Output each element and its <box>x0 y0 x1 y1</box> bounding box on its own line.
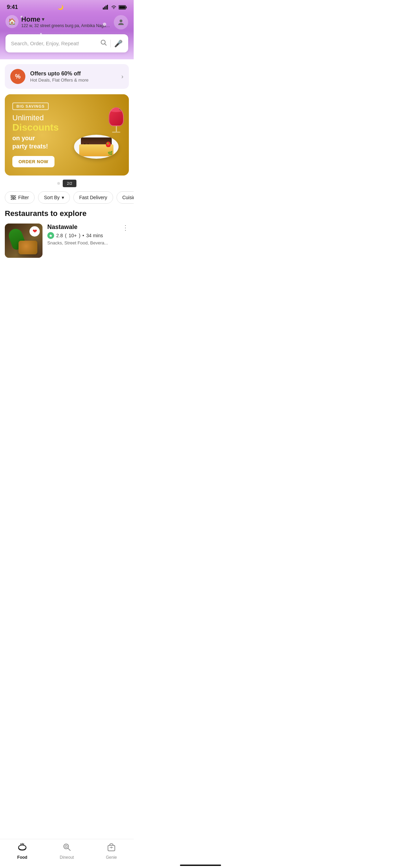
svg-point-14 <box>14 196 15 198</box>
search-svg <box>100 39 107 46</box>
percent-icon: % <box>15 73 21 80</box>
star-svg <box>49 234 52 237</box>
svg-point-15 <box>12 198 14 200</box>
search-icon <box>100 39 107 48</box>
promo-heading1: Unlimited <box>12 113 121 122</box>
svg-rect-1 <box>104 7 105 10</box>
more-options-icon[interactable]: ⋮ <box>122 224 129 232</box>
svg-point-7 <box>120 20 122 22</box>
search-placeholder-text: Search, Order, Enjoy, Repeat! <box>11 40 97 46</box>
offer-text: Offers upto 60% off Hot Deals, Flat Offe… <box>30 71 117 83</box>
promo-heading3: on yourparty treats! <box>12 134 121 150</box>
header-background: 🏠 Home ▾ 122 w, 32 street greens burg pa… <box>0 12 134 59</box>
sparkle-decoration <box>21 16 23 18</box>
restaurant-info: Nastawale 2.8 (10+) • 34 mins Snacks, St… <box>47 224 117 245</box>
sort-by-chip[interactable]: Sort By ▾ <box>38 191 70 204</box>
restaurants-section: Restaurants to explore ❤ <box>0 209 134 258</box>
location-text-group: Home ▾ 122 w, 32 street greens burg pa, … <box>21 15 110 28</box>
promo-heading2: Discounts <box>12 122 121 133</box>
sparkle-decoration <box>40 33 42 35</box>
rating-count-val: 10+ <box>69 233 77 238</box>
restaurants-section-title: Restaurants to explore <box>5 209 129 218</box>
offer-icon: % <box>10 69 25 84</box>
fast-delivery-chip[interactable]: Fast Delivery <box>73 191 113 204</box>
status-time: 9:41 <box>7 4 18 10</box>
battery-icon <box>119 5 127 10</box>
carousel-dot-active[interactable]: 2/2 <box>63 180 76 187</box>
dot-separator: • <box>83 233 84 238</box>
restaurant-name: Nastawale <box>47 224 117 231</box>
home-emoji: 🏠 <box>8 18 16 25</box>
svg-rect-0 <box>103 8 104 10</box>
restaurant-meta: 2.8 (10+) • 34 mins <box>47 232 117 239</box>
cuisines-chip[interactable]: Cuisines ▾ <box>117 191 134 204</box>
main-content: % Offers upto 60% off Hot Deals, Flat Of… <box>0 64 134 292</box>
restaurant-card[interactable]: ❤ Nastawale 2.8 (10+) • 34 mins Snacks, <box>5 224 129 258</box>
status-icons <box>103 5 127 10</box>
restaurant-image: ❤ <box>5 224 42 258</box>
svg-marker-16 <box>49 234 52 237</box>
promo-tag: BIG SAVINGS <box>12 103 49 110</box>
offer-chevron-icon: › <box>121 73 123 80</box>
moon-icon: 🌙 <box>58 4 63 10</box>
sort-chevron-icon: ▾ <box>62 195 64 200</box>
wifi-icon <box>111 5 117 9</box>
filter-icon <box>11 195 16 200</box>
offer-subtitle: Hot Deals, Flat Offers & more <box>30 77 117 83</box>
order-now-button[interactable]: ORDER NOW <box>12 156 54 167</box>
sparkle-decoration <box>103 23 106 26</box>
svg-rect-5 <box>126 7 127 8</box>
offers-banner[interactable]: % Offers upto 60% off Hot Deals, Flat Of… <box>5 64 129 89</box>
svg-point-13 <box>11 195 13 197</box>
filter-chips-row: Filter Sort By ▾ Fast Delivery Cuisines … <box>0 191 134 204</box>
home-icon: 🏠 <box>5 15 19 28</box>
sort-label: Sort By <box>44 195 60 200</box>
cuisines-label: Cuisines <box>122 195 134 200</box>
svg-rect-2 <box>106 5 107 10</box>
carousel-dots: 2/2 <box>0 180 134 187</box>
promo-carousel: BIG SAVINGS Unlimited Discounts on yourp… <box>0 94 134 176</box>
location-label[interactable]: Home ▾ <box>21 15 110 23</box>
filter-label: Filter <box>18 195 29 200</box>
delivery-time: 34 mins <box>86 233 103 238</box>
promo-slide[interactable]: BIG SAVINGS Unlimited Discounts on yourp… <box>5 94 129 176</box>
rating-value: 2.8 <box>56 233 63 238</box>
status-bar: 9:41 🌙 <box>0 0 134 12</box>
offer-title: Offers upto 60% off <box>30 71 117 77</box>
location-chevron-icon: ▾ <box>42 16 44 22</box>
mic-icon[interactable]: 🎤 <box>114 39 123 48</box>
search-container: Search, Order, Enjoy, Repeat! 🎤 <box>5 34 128 52</box>
svg-line-9 <box>105 44 107 46</box>
fast-delivery-label: Fast Delivery <box>79 195 107 200</box>
search-bar[interactable]: Search, Order, Enjoy, Repeat! 🎤 <box>5 34 128 52</box>
person-icon <box>117 18 125 26</box>
signal-icon <box>103 5 109 10</box>
rating-star-icon <box>47 232 54 239</box>
promo-text-section: BIG SAVINGS Unlimited Discounts on yourp… <box>12 103 121 167</box>
svg-rect-3 <box>107 5 108 10</box>
location-label-text: Home <box>21 15 40 23</box>
favorite-badge[interactable]: ❤ <box>29 226 40 237</box>
header-row: 🏠 Home ▾ 122 w, 32 street greens burg pa… <box>5 15 128 29</box>
restaurant-cuisine: Snacks, Street Food, Bevera... <box>47 240 117 245</box>
bread-item <box>19 241 37 254</box>
rating-count: ( <box>65 233 66 238</box>
profile-avatar[interactable] <box>114 15 128 29</box>
search-divider <box>110 40 111 47</box>
heart-icon: ❤ <box>33 228 37 234</box>
location-address: 122 w, 32 street greens burg pa, Ambika … <box>21 23 110 28</box>
filter-chip[interactable]: Filter <box>5 191 35 204</box>
svg-rect-6 <box>119 6 125 9</box>
carousel-dot-1[interactable] <box>57 182 60 185</box>
